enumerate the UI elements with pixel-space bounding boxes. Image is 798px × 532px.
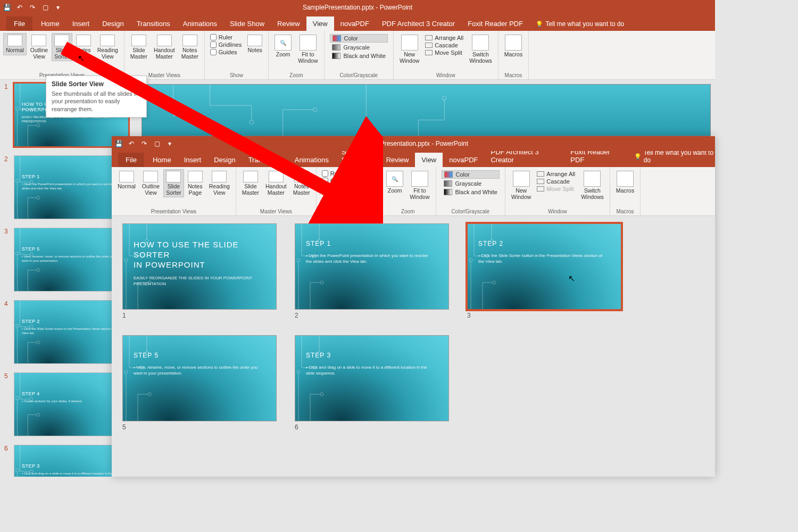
svg-point-32	[493, 281, 496, 284]
guides-checkbox[interactable]: Guides	[322, 185, 353, 192]
tab-review[interactable]: Review	[271, 16, 306, 31]
tab-file[interactable]: File	[6, 16, 32, 31]
move-split-button[interactable]: Move Split	[424, 49, 464, 56]
slide-canvas[interactable]	[142, 84, 711, 136]
tab-transitions[interactable]: Transitions	[130, 16, 177, 31]
handout-master-button[interactable]: Handout Master	[151, 33, 178, 61]
ruler-checkbox[interactable]: Ruler	[210, 34, 242, 40]
notes-button[interactable]: Notes	[356, 169, 377, 192]
arrange-all-button[interactable]: Arrange All	[424, 34, 464, 41]
color-mode-button[interactable]: Color	[330, 34, 388, 43]
svg-point-5	[15, 179, 19, 182]
tab-design[interactable]: Design	[207, 153, 242, 167]
sorter-slide[interactable]: STEP 3• Click and drag on a slide to mov…	[295, 335, 449, 421]
grayscale-mode-button[interactable]: Grayscale	[330, 44, 388, 51]
outline-view-button[interactable]: Outline View	[28, 33, 51, 61]
tab-review[interactable]: Review	[380, 153, 415, 167]
tab-foxit[interactable]: Foxit Reader PDF	[461, 16, 529, 31]
normal-view-button[interactable]: Normal	[115, 169, 138, 192]
slide-sorter-button[interactable]: Slide Sorter	[163, 169, 184, 197]
zoom-button[interactable]: 🔍Zoom	[384, 169, 406, 196]
fit-window-button[interactable]: Fit to Window	[407, 169, 432, 202]
sorter-slide[interactable]: HOW TO USE THE SLIDE SORTERIN POWERPOINT…	[122, 223, 277, 310]
tab-slideshow[interactable]: Slide Show	[223, 16, 271, 31]
arrange-all-button[interactable]: Arrange All	[536, 170, 576, 178]
tab-home[interactable]: Home	[146, 153, 178, 167]
gridlines-checkbox[interactable]: Gridlines	[210, 41, 242, 48]
macros-button[interactable]: Macros	[613, 169, 637, 196]
undo-icon[interactable]: ↶	[128, 140, 135, 147]
ribbon-front: Normal Outline View Slide Sorter Notes P…	[112, 167, 715, 216]
outline-view-button[interactable]: Outline View	[139, 169, 162, 197]
gridlines-checkbox[interactable]: Gridlines	[322, 178, 353, 184]
start-show-icon[interactable]: ▢	[153, 140, 161, 147]
sorter-slide[interactable]: STEP 5• View, rename, move, or remove se…	[122, 335, 277, 421]
qat-more-icon[interactable]: ▾	[54, 4, 62, 11]
titlebar-front: 💾 ↶ ↷ ▢ ▾ SamplePresentation.pptx - Powe…	[112, 136, 715, 151]
macros-button[interactable]: Macros	[502, 33, 525, 60]
reading-view-button[interactable]: Reading View	[95, 33, 121, 61]
tab-file[interactable]: File	[118, 153, 144, 167]
ruler-checkbox[interactable]: Ruler	[322, 170, 353, 177]
guides-checkbox[interactable]: Guides	[210, 49, 242, 55]
tell-me[interactable]: 💡Tell me what you want to do	[634, 149, 715, 167]
slide-sorter-area[interactable]: HOW TO USE THE SLIDE SORTERIN POWERPOINT…	[112, 216, 715, 477]
switch-windows-button[interactable]: Switch Windows	[578, 169, 606, 202]
redo-icon[interactable]: ↷	[140, 140, 148, 147]
cascade-button[interactable]: Cascade	[424, 41, 464, 49]
tab-home[interactable]: Home	[35, 16, 66, 31]
notes-master-button[interactable]: Notes Master	[290, 169, 313, 197]
notes-button[interactable]: Notes	[245, 33, 265, 55]
tab-insert[interactable]: Insert	[178, 153, 208, 167]
menubar-back: File Home Insert Design Transitions Anim…	[0, 15, 715, 31]
undo-icon[interactable]: ↶	[16, 4, 23, 11]
powerpoint-window-front: 💾 ↶ ↷ ▢ ▾ SamplePresentation.pptx - Powe…	[112, 136, 715, 477]
tell-me[interactable]: 💡Tell me what you want to do	[536, 20, 624, 31]
group-macros: Macros	[502, 71, 525, 78]
tab-pdfarchitect[interactable]: PDF Architect 3 Creator	[376, 16, 461, 31]
cascade-button[interactable]: Cascade	[536, 178, 576, 185]
new-window-button[interactable]: New Window	[509, 169, 534, 202]
sorter-slide[interactable]: STEP 1• Open the PowerPoint presentation…	[295, 223, 449, 310]
bw-mode-button[interactable]: Black and White	[442, 188, 500, 196]
sorter-slide[interactable]: STEP 2• Click the Slide Sorter button in…	[467, 223, 621, 310]
notes-master-button[interactable]: Notes Master	[179, 33, 201, 61]
handout-master-button[interactable]: Handout Master	[263, 169, 289, 197]
menubar-front: File Home Insert Design Transitions Anim…	[112, 151, 715, 167]
notes-page-button[interactable]: Notes Page	[73, 33, 94, 61]
start-show-icon[interactable]: ▢	[41, 4, 49, 11]
tab-animations[interactable]: Animations	[288, 153, 335, 167]
reading-view-button[interactable]: Reading View	[206, 169, 232, 197]
notes-page-button[interactable]: Notes Page	[185, 169, 205, 197]
slide-number: 2	[4, 155, 11, 219]
switch-windows-button[interactable]: Switch Windows	[467, 33, 495, 65]
normal-view-button[interactable]: Normal	[3, 33, 27, 55]
new-window-button[interactable]: New Window	[397, 33, 422, 65]
sorter-slide-number: 2	[295, 312, 449, 319]
tab-view[interactable]: View	[306, 16, 334, 31]
svg-point-2	[15, 107, 19, 110]
grayscale-mode-button[interactable]: Grayscale	[442, 180, 500, 187]
tab-design[interactable]: Design	[96, 16, 130, 31]
tab-novapdf[interactable]: novaPDF	[334, 16, 376, 31]
save-icon[interactable]: 💾	[3, 4, 11, 11]
bw-mode-button[interactable]: Black and White	[330, 52, 388, 60]
qat-more-icon[interactable]: ▾	[166, 140, 173, 147]
slide-master-button[interactable]: Slide Master	[128, 33, 150, 61]
slide-master-button[interactable]: Slide Master	[239, 169, 262, 197]
slide-number: 3	[4, 228, 11, 292]
move-split-button: Move Split	[536, 185, 576, 193]
tab-insert[interactable]: Insert	[66, 16, 96, 31]
color-mode-button[interactable]: Color	[442, 170, 500, 179]
fit-window-button[interactable]: Fit to Window	[295, 33, 320, 65]
svg-point-29	[297, 259, 300, 262]
bulb-icon: 💡	[634, 153, 642, 160]
zoom-button[interactable]: 🔍Zoom	[272, 33, 294, 60]
slide-sorter-button[interactable]: Slide Sorter	[52, 33, 72, 61]
tab-view[interactable]: View	[415, 153, 443, 167]
tab-transitions[interactable]: Transitions	[242, 153, 288, 167]
save-icon[interactable]: 💾	[115, 140, 122, 147]
redo-icon[interactable]: ↷	[29, 4, 36, 11]
tab-novapdf[interactable]: novaPDF	[443, 153, 484, 167]
tab-animations[interactable]: Animations	[177, 16, 223, 31]
